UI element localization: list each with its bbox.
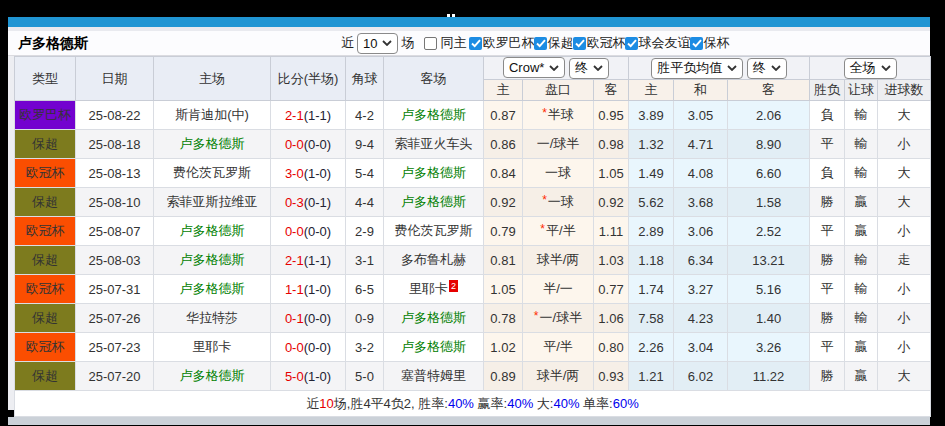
ah-away-odds: 0.95 <box>594 101 629 130</box>
league-filter-checkbox-ucl[interactable] <box>573 37 586 50</box>
away-team-name: 里耶卡2 <box>384 275 484 304</box>
summary-segment: 大: <box>533 396 553 411</box>
fulltime-score: 0-0 <box>285 137 304 152</box>
result-handicap: 贏 <box>845 362 878 391</box>
subcol-result-wdl: 胜负 <box>810 80 845 101</box>
corner-score: 5-0 <box>346 362 384 391</box>
halftime-score: (0-0) <box>304 311 331 326</box>
score-cell: 5-0(1-0) <box>271 362 346 391</box>
odds-type-select[interactable]: 胜平负均值 <box>651 58 743 79</box>
handicap-time-value: 终 <box>575 59 588 77</box>
odds-time-value: 终 <box>753 59 766 77</box>
match-type-badge: 保超 <box>15 304 76 333</box>
league-filter-checkbox-bulgaria[interactable] <box>534 37 547 50</box>
fulltime-score: 0-0 <box>285 340 304 355</box>
ah-home-odds: 0.81 <box>484 246 523 275</box>
home-team-name: 里耶卡 <box>154 333 271 362</box>
league-filter-checkbox-europa[interactable] <box>469 37 482 50</box>
table-footer: 近10场,胜4平4负2, 胜率:40% 赢率:40% 大:40% 单率:60% <box>15 391 931 417</box>
fulltime-score: 0-1 <box>285 311 304 326</box>
ah-handicap-line: 球半/两 <box>523 362 594 391</box>
handicap-text: 半球 <box>548 107 574 122</box>
table-row: 保超25-08-18卢多格德斯0-0(0-0)9-4索菲亚火车头0.86一/球半… <box>15 130 931 159</box>
odds-home-win: 1.32 <box>629 130 674 159</box>
match-date: 25-07-31 <box>76 275 154 304</box>
same-home-checkbox[interactable] <box>424 37 437 50</box>
odds-away-win: 1.40 <box>728 304 810 333</box>
home-team-name: 斯肯迪加(中) <box>154 101 271 130</box>
ah-handicap-line: 半/一 <box>523 275 594 304</box>
result-over-under: 走 <box>878 246 931 275</box>
handicap-company-select[interactable]: Crow* <box>503 57 565 78</box>
away-team-label: 多布鲁札赫 <box>401 252 466 267</box>
result-over-under: 小 <box>878 217 931 246</box>
handicap-text: 球半/两 <box>537 252 580 267</box>
ah-away-odds: 1.05 <box>594 159 629 188</box>
league-filter-label: 保杯 <box>703 34 729 52</box>
recent-count-select[interactable]: 10 <box>357 33 398 54</box>
odds-home-win: 5.62 <box>629 188 674 217</box>
corner-score: 6-5 <box>346 275 384 304</box>
handicap-time-select[interactable]: 终 <box>569 58 609 79</box>
halftime-score: (0-1) <box>304 195 331 210</box>
subcol-odds-draw: 和 <box>674 80 728 101</box>
odds-draw: 4.08 <box>674 159 728 188</box>
ah-home-odds: 0.87 <box>484 101 523 130</box>
odds-away-win: 8.90 <box>728 130 810 159</box>
score-cell: 0-0(0-0) <box>271 217 346 246</box>
ah-home-odds: 0.92 <box>484 188 523 217</box>
result-handicap: 輸 <box>845 101 878 130</box>
match-date: 25-08-22 <box>76 101 154 130</box>
page-title: 卢多格德斯 <box>18 31 88 55</box>
top-blue-bar <box>8 17 930 27</box>
league-filter-checkbox-friendly[interactable] <box>625 37 638 50</box>
away-team-label: 里耶卡 <box>409 281 448 296</box>
col-header-date: 日期 <box>76 57 154 101</box>
ah-home-odds: 1.05 <box>484 275 523 304</box>
scope-select[interactable]: 全场 <box>844 58 897 79</box>
table-row: 保超25-07-26华拉特莎0-1(0-0)0-9卢多格德斯0.78*一/球半1… <box>15 304 931 333</box>
chevron-down-icon <box>727 65 737 71</box>
corner-score: 3-1 <box>346 246 384 275</box>
odds-home-win: 2.26 <box>629 333 674 362</box>
result-handicap: 輸 <box>845 275 878 304</box>
away-team-name: 卢多格德斯 <box>384 188 484 217</box>
subcol-ah-line: 盘口 <box>523 80 594 101</box>
table-area: 类型 日期 主场 比分(半场) 角球 客场 Crow* 终 <box>8 56 930 417</box>
result-over-under: 大 <box>878 362 931 391</box>
match-date: 25-08-07 <box>76 217 154 246</box>
result-win-draw-lose: 負 <box>810 159 845 188</box>
odds-draw: 3.05 <box>674 101 728 130</box>
odds-time-select[interactable]: 终 <box>747 58 787 79</box>
widget-panel: 卢多格德斯 近 10 场 同主 欧罗巴杯 保超 欧冠杯 球会友谊 保杯 <box>8 17 930 410</box>
ah-away-odds: 0.98 <box>594 130 629 159</box>
col-header-away: 客场 <box>384 57 484 101</box>
result-handicap: 贏 <box>845 217 878 246</box>
handicap-text: 一/球半 <box>540 310 583 325</box>
ah-handicap-line: *平/半 <box>523 217 594 246</box>
match-date: 25-07-20 <box>76 362 154 391</box>
league-filter-checkbox-cup[interactable] <box>690 37 703 50</box>
subcol-odds-away: 客 <box>728 80 810 101</box>
ah-home-odds: 0.84 <box>484 159 523 188</box>
away-team-label: 塞普特姆里 <box>401 368 466 383</box>
table-row: 欧冠杯25-07-23里耶卡0-0(0-0)3-2卢多格德斯1.02平/半0.8… <box>15 333 931 362</box>
odds-home-win: 3.89 <box>629 101 674 130</box>
check-icon <box>471 39 481 48</box>
summary-segment: 60% <box>613 396 639 411</box>
match-type-badge: 欧冠杯 <box>15 275 76 304</box>
summary-segment: 场,胜4平4负2, 胜率: <box>334 396 448 411</box>
ah-handicap-line: *一/球半 <box>523 304 594 333</box>
summary-segment: 40% <box>448 396 474 411</box>
odds-home-win: 2.89 <box>629 217 674 246</box>
home-team-name: 卢多格德斯 <box>154 217 271 246</box>
odds-away-win: 1.58 <box>728 188 810 217</box>
corner-score: 4-4 <box>346 188 384 217</box>
corner-score: 2-9 <box>346 217 384 246</box>
handicap-text: 一球 <box>545 165 571 180</box>
odds-draw: 4.23 <box>674 304 728 333</box>
result-over-under: 小 <box>878 304 931 333</box>
check-icon <box>627 39 637 48</box>
match-type-badge: 欧冠杯 <box>15 333 76 362</box>
summary-text: 近10场,胜4平4负2, 胜率:40% 赢率:40% 大:40% 单率:60% <box>15 391 931 417</box>
